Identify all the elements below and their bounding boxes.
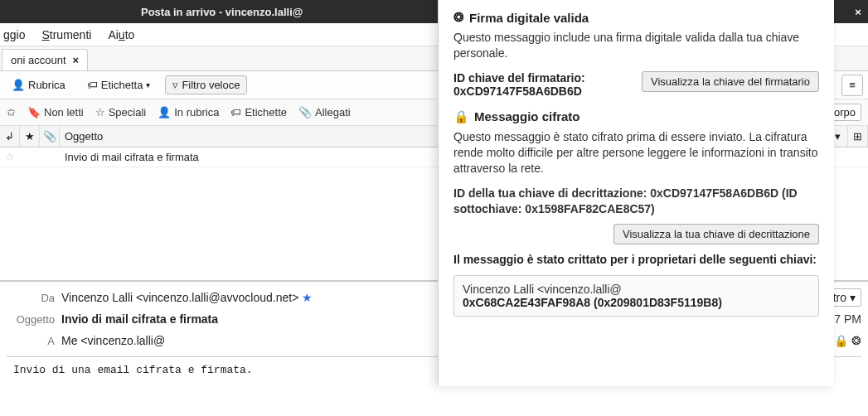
menu-item-messaggio[interactable]: ggio <box>3 28 25 41</box>
recipients-heading: Il messaggio è stato crittato per i prop… <box>453 252 819 267</box>
col-picker-2[interactable]: ⊞ <box>848 126 868 147</box>
filter-icon: ▿ <box>172 79 178 91</box>
subject-value: Invio di mail cifrata e firmata <box>61 312 218 326</box>
from-value: Vincenzo Lalli <vincenzo.lalli@avvocloud… <box>61 291 298 304</box>
col-star-icon[interactable]: ★ <box>20 126 40 147</box>
filter-starred-button[interactable]: ☆ Speciali <box>95 106 147 119</box>
tab-close-icon[interactable]: × <box>73 54 80 66</box>
address-book-button[interactable]: 👤 Rubrica <box>5 76 72 94</box>
address-book-icon: 👤 <box>12 79 25 91</box>
filter-pin-button[interactable]: ✩ <box>7 106 16 119</box>
signer-key-id: 0xCD97147F58A6DB6D <box>453 85 585 98</box>
signer-key-label: ID chiave del firmatario: <box>453 71 585 85</box>
to-value: Me <vincenzo.lalli@ <box>61 334 165 347</box>
filter-contacts-label: In rubrica <box>174 106 219 119</box>
filter-attachments-button[interactable]: 📎 Allegati <box>298 106 351 119</box>
tab-label: oni account <box>11 54 66 66</box>
menu-item-strumenti[interactable]: Strumenti <box>41 28 91 41</box>
col-attachment-icon[interactable]: 📎 <box>40 126 60 147</box>
chevron-down-icon: ▾ <box>146 80 150 89</box>
decryption-key-text: ID della tua chiave di decrittazione: 0x… <box>453 186 819 217</box>
tag-button[interactable]: 🏷 Etichetta ▾ <box>80 76 158 94</box>
address-book-label: Rubrica <box>28 79 65 91</box>
rosette-icon: ❂ <box>453 10 464 25</box>
row-star-icon[interactable]: ☆ <box>0 151 20 163</box>
window-close-button[interactable]: × <box>848 6 868 18</box>
filter-tags-label: Etichette <box>245 106 287 119</box>
recipient-entry: Vincenzo Lalli <vincenzo.lalli@ 0xC68CA2… <box>453 275 819 317</box>
filter-contacts-button[interactable]: 👤 In rubrica <box>158 106 219 119</box>
col-thread-icon[interactable]: ↲ <box>0 126 20 147</box>
view-signer-key-button[interactable]: Visualizza la chiave del firmatario <box>642 71 819 92</box>
tag-icon: 🏷 <box>87 79 98 91</box>
app-menu-button[interactable]: ≡ <box>841 75 863 96</box>
chevron-down-icon: ▾ <box>850 291 856 304</box>
encryption-text: Questo messaggio è stato cifrato prima d… <box>453 129 819 177</box>
menu-item-aiuto[interactable]: Aiuto <box>108 28 134 41</box>
filter-attachments-label: Allegati <box>315 106 351 119</box>
tab-account-settings[interactable]: oni account × <box>2 49 88 70</box>
lock-icon: 🔒 <box>453 109 469 124</box>
filter-unread-button[interactable]: 🔖 Non letti <box>27 106 84 119</box>
signature-rosette-icon[interactable]: ❂ <box>851 334 861 347</box>
signature-text: Questo messaggio include una firma digit… <box>453 30 819 61</box>
recipient-key: 0xC68CA2E43FAF98A8 (0x209801D83F5119B8) <box>463 296 810 309</box>
quick-filter-button[interactable]: ▿ Filtro veloce <box>165 75 247 94</box>
signature-heading: ❂ Firma digitale valida <box>453 10 819 25</box>
contact-star-icon[interactable]: ★ <box>302 291 313 304</box>
filter-unread-label: Non letti <box>44 106 84 119</box>
filter-starred-label: Speciali <box>109 106 147 119</box>
lock-icon[interactable]: 🔒 <box>834 334 848 347</box>
from-label: Da <box>7 292 55 304</box>
encryption-heading: 🔒 Messaggio cifrato <box>453 109 819 124</box>
recipient-name: Vincenzo Lalli <vincenzo.lalli@ <box>463 283 810 296</box>
quick-filter-label: Filtro veloce <box>182 79 240 91</box>
filter-tags-button[interactable]: 🏷 Etichette <box>230 106 287 119</box>
view-decryption-key-button[interactable]: Visualizza la tua chiave di decrittazion… <box>613 224 819 244</box>
subject-label: Oggetto <box>7 313 55 326</box>
to-label: A <box>7 335 55 347</box>
window-title: Posta in arrivo - vincenzo.lalli@ <box>141 6 303 18</box>
tag-label: Etichetta <box>101 79 143 91</box>
security-panel: ❂ Firma digitale valida Questo messaggio… <box>438 0 834 386</box>
